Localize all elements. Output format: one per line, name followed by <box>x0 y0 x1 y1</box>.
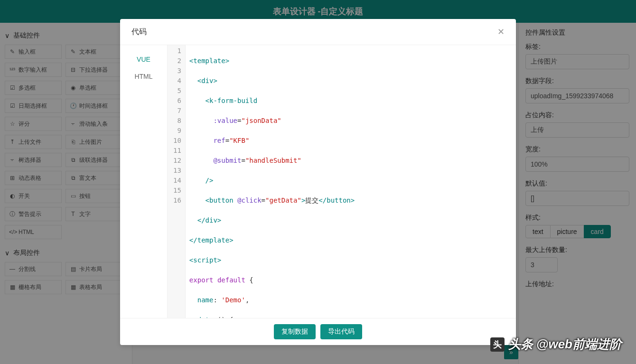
code-tab-nav: VUE HTML <box>120 45 168 318</box>
modal-body: VUE HTML 12345678910111213141516 <templa… <box>120 45 516 318</box>
tab-html[interactable]: HTML <box>120 68 167 85</box>
export-code-button[interactable]: 导出代码 <box>320 324 362 339</box>
copy-data-button[interactable]: 复制数据 <box>274 324 316 339</box>
code-content: <template> <div> <k-form-build :value="j… <box>186 45 516 318</box>
modal-mask[interactable]: 代码 ✕ VUE HTML 12345678910111213141516 <t… <box>0 0 636 364</box>
modal-footer: 复制数据 导出代码 <box>120 318 516 345</box>
modal-header: 代码 ✕ <box>120 19 516 45</box>
modal-title: 代码 <box>131 27 147 37</box>
close-icon[interactable]: ✕ <box>497 27 505 37</box>
tab-vue[interactable]: VUE <box>120 51 167 68</box>
code-modal: 代码 ✕ VUE HTML 12345678910111213141516 <t… <box>120 19 516 345</box>
line-number-gutter: 12345678910111213141516 <box>168 45 186 318</box>
code-editor[interactable]: 12345678910111213141516 <template> <div>… <box>168 45 516 318</box>
